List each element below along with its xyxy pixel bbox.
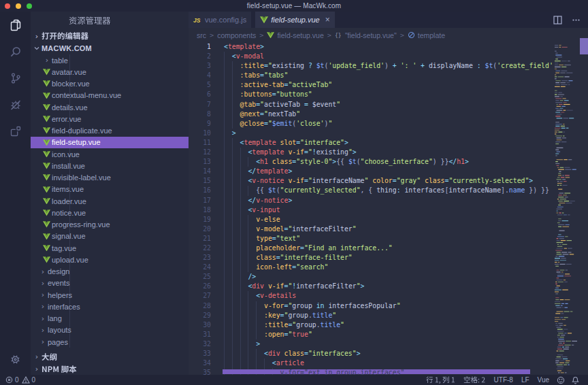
status-eol[interactable]: LF (517, 376, 534, 384)
close-tab-icon[interactable]: × (325, 16, 330, 24)
code-line-32[interactable]: 32 > (189, 339, 554, 349)
error-count[interactable]: 0 (5, 376, 19, 384)
code-line-11[interactable]: 11 <template slot="interface"> (189, 138, 554, 148)
code-line-24[interactable]: 24 icon-left="search" (189, 263, 554, 272)
code-line-30[interactable]: 30 :title="group.title" (189, 320, 554, 330)
warning-count[interactable]: 0 (22, 376, 36, 384)
code-line-18[interactable]: 18 <v-input (189, 205, 554, 215)
code-line-2[interactable]: 2 <v-modal (189, 52, 554, 61)
tree-file-contextual-menu.vue[interactable]: contextual-menu.vue (31, 90, 189, 101)
status-indentation[interactable] (459, 376, 490, 384)
code-line-15[interactable]: 15 <v-notice v-if="interfaceName" color=… (189, 176, 554, 186)
code-line-26[interactable]: 26 <div v-if="!interfaceFilter"> (189, 282, 554, 291)
tree-folder-layouts[interactable]: ›layouts (31, 324, 189, 336)
code-line-17[interactable]: 17 </v-notice> (189, 196, 554, 205)
code-line-33[interactable]: 33 <div class="interfaces"> (189, 349, 554, 358)
activity-bar-source-control[interactable] (0, 65, 31, 91)
code-line-12[interactable]: 12 <template v-if="!existing"> (189, 148, 554, 157)
status-language-mode[interactable]: Vue (534, 376, 553, 384)
tree-folder-pages[interactable]: ›pages (31, 336, 189, 348)
zoom-window-button[interactable] (27, 3, 32, 9)
tree-folder-design[interactable]: ›design (31, 266, 189, 278)
activity-bar-extensions[interactable] (0, 118, 31, 144)
code-line-20[interactable]: 20 v-model="interfaceFilter" (189, 224, 554, 234)
code-line-21[interactable]: 21 type="text" (189, 234, 554, 244)
tree-file-invisible-label.vue[interactable]: invisible-label.vue (31, 172, 189, 184)
code-line-13[interactable]: 13 <h1 class="style-0">{{ $t("choose_int… (189, 157, 554, 167)
tree-file-loader.vue[interactable]: loader.vue (31, 195, 189, 207)
code-line-3[interactable]: 3 :title="existing ? $t('update_field') … (189, 61, 554, 71)
activity-bar-explorer[interactable] (0, 12, 31, 38)
code-line-14[interactable]: 14 </template> (189, 167, 554, 176)
tree-file-icon.vue[interactable]: icon.vue (31, 148, 189, 160)
outline-section[interactable]: › (31, 351, 189, 363)
tree-file-blocker.vue[interactable]: blocker.vue (31, 78, 189, 90)
code-line-29[interactable]: 29 :key="group.title" (189, 311, 554, 320)
tree-file-upload.vue[interactable]: upload.vue (31, 254, 189, 265)
tab-field-setup.vue[interactable]: field-setup.vue× (255, 12, 335, 28)
code-line-27[interactable]: 27 <v-details (189, 291, 554, 301)
code-line-31[interactable]: 31 :open="true" (189, 330, 554, 339)
breadcrumb-1[interactable]: src (197, 31, 206, 39)
npm-scripts-section[interactable]: › (31, 363, 189, 375)
status-cursor-position[interactable] (422, 376, 459, 384)
vue-file-icon (43, 104, 50, 111)
breadcrumb-5[interactable]: template (408, 31, 445, 39)
settings-button[interactable] (0, 346, 31, 373)
activity-bar-debug[interactable] (0, 91, 31, 118)
breadcrumb-3[interactable]: field-setup.vue (267, 31, 323, 39)
problems-status[interactable]: 00 (0, 376, 35, 384)
code-line-16[interactable]: 16 {{ $t("currently_selected", { thing: … (189, 186, 554, 195)
tree-folder-interfaces[interactable]: ›interfaces (31, 301, 189, 312)
split-editor-icon[interactable] (553, 16, 562, 24)
tree-file-install.vue[interactable]: install.vue (31, 160, 189, 171)
breadcrumb-4[interactable]: {}"field-setup.vue" (335, 31, 397, 39)
breadcrumb-2[interactable]: components (217, 31, 256, 39)
code-line-6[interactable]: 6 :buttons="buttons" (189, 90, 554, 99)
code-line-4[interactable]: 4 :tabs="tabs" (189, 71, 554, 80)
tree-file-signal.vue[interactable]: signal.vue (31, 231, 189, 242)
code-line-8[interactable]: 8 @next="nextTab" (189, 110, 554, 119)
code-line-22[interactable]: 22 placeholder="Find an interface..." (189, 244, 554, 253)
code-line-10[interactable]: 10 > (189, 129, 554, 138)
code-line-9[interactable]: 9 @close="$emit('close')" (189, 119, 554, 129)
tree-file-details.vue[interactable]: details.vue (31, 101, 189, 113)
tree-file-progress-ring.vue[interactable]: progress-ring.vue (31, 219, 189, 231)
status-bell-icon[interactable] (568, 376, 583, 384)
tree-file-notice.vue[interactable]: notice.vue (31, 207, 189, 218)
code-line-23[interactable]: 23 class="interface-filter" (189, 253, 554, 263)
line-number: 7 (189, 100, 211, 110)
tree-file-items.vue[interactable]: items.vue (31, 184, 189, 195)
tree-folder-events[interactable]: ›events (31, 278, 189, 289)
status-encoding[interactable]: UTF-8 (490, 376, 517, 384)
code-line-1[interactable]: 1<template> (189, 42, 554, 52)
code-line-34[interactable]: 34 <article (189, 358, 554, 368)
tree-file-error.vue[interactable]: error.vue (31, 113, 189, 124)
tree-folder-helpers[interactable]: ›helpers (31, 289, 189, 301)
tree-folder-table[interactable]: ›table (31, 54, 189, 66)
code-line-28[interactable]: 28 v-for="group in interfacesPopular" (189, 301, 554, 311)
code-line-7[interactable]: 7 @tab="activeTab = $event" (189, 100, 554, 110)
close-window-button[interactable] (5, 3, 10, 9)
tree-file-tag.vue[interactable]: tag.vue (31, 242, 189, 254)
code-line-5[interactable]: 5 :active-tab="activeTab" (189, 80, 554, 90)
minimize-window-button[interactable] (16, 3, 21, 9)
more-actions-icon[interactable] (572, 16, 581, 24)
tree-file-field-duplicate.vue[interactable]: field-duplicate.vue (31, 125, 189, 137)
status-feedback-icon[interactable] (553, 376, 568, 384)
vertical-scrollbar[interactable] (580, 38, 588, 54)
outline-label (42, 351, 57, 363)
minimap[interactable] (554, 42, 580, 375)
activity-bar-search[interactable] (0, 38, 31, 65)
code-line-25[interactable]: 25 /> (189, 272, 554, 282)
tree-folder-lang[interactable]: ›lang (31, 313, 189, 324)
workspace-root[interactable]: MACWK.COM (31, 42, 189, 54)
tree-file-avatar.vue[interactable]: avatar.vue (31, 66, 189, 78)
tree-file-field-setup.vue[interactable]: field-setup.vue (31, 137, 189, 148)
title-bar[interactable]: field-setup.vue — MacWk.com (0, 0, 588, 12)
code-editor[interactable]: 1<template>2 <v-modal3 :title="existing … (189, 42, 554, 375)
tab-vue.config.js[interactable]: JSvue.config.js (189, 12, 251, 28)
code-line-19[interactable]: 19 v-else (189, 215, 554, 224)
tree-item-label: icon.vue (52, 150, 80, 158)
open-editors-section[interactable]: › (31, 30, 189, 42)
